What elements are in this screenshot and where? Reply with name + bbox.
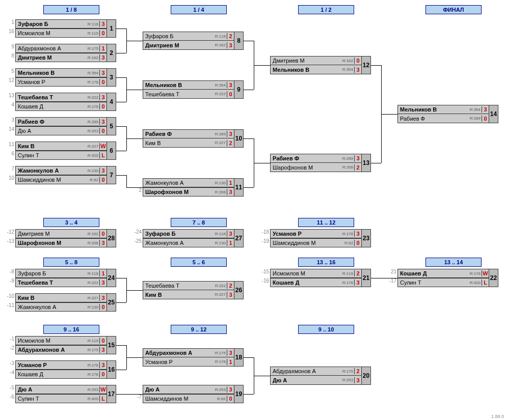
score: 3 [99,240,106,246]
match: -8Зуфаров БR:1181-9Тешебаева ТR:222324 [15,269,107,287]
connector-line [126,41,143,41]
player-rating: R:354 [88,71,99,75]
player-name: Тешебаева Т [16,94,88,100]
connector-line [126,41,127,53]
score: 1 [99,45,106,51]
connector-line [126,345,127,357]
score: 2 [354,270,361,276]
round-header: 9 .. 16 [43,325,99,334]
player-name: Дмитриев М [16,54,88,61]
player-name: Ким В [143,140,215,146]
seed: 5 [5,68,14,74]
match: Дю АR:2533-7Шамсиддинов МR:82019 [143,385,234,403]
player-rating: R:354 [342,67,354,72]
player-name: Сулин Т [16,396,88,402]
player-row: Кошаев ДR:178W [397,269,489,278]
player-name: Рабиев Ф [271,155,342,161]
player-name: Шарофхонов М [143,189,215,195]
seed: 1 [5,19,14,25]
player-rating: R:178 [88,104,99,109]
player-rating: R:227 [215,141,227,145]
score: 1 [227,359,234,365]
seed: -24 [132,229,142,235]
match: 3Рабиев ФR:289314Дю АR:25305 [15,117,107,135]
player-rating: R:175 [88,348,99,352]
connector-line [116,345,126,346]
match-id: 11 [234,178,244,197]
player-rating: R:222 [88,95,99,100]
seed: 11 [5,142,14,147]
player-row: Шамсиддинов МR:820 [15,175,107,184]
match-id: 19 [234,385,244,403]
match-id: 13 [362,154,371,172]
player-name: Кошаев Д [398,270,470,276]
player-name: Кошаев Д [271,279,342,286]
score: 0 [227,91,234,97]
seed: -11 [5,302,14,308]
player-name: Дмитриев М [271,58,342,64]
round-header: 13 .. 16 [298,258,354,267]
player-rating: R:119 [342,271,354,276]
score: W [482,270,489,276]
player-rating: R:82 [344,241,354,245]
match-id: 7 [107,166,116,184]
player-rating: R:420 [470,281,482,285]
score: 3 [99,54,106,61]
score: 3 [99,167,106,174]
connector-line [254,138,254,163]
player-name: Жамонкулов А [16,167,88,174]
player-row: Сулин ТR:420L [15,394,107,403]
connector-line [254,163,254,187]
score: 2 [354,368,361,374]
player-row: Мельников ВR:3543 [143,80,234,90]
connector-line [126,29,127,41]
seed: 7 [5,166,14,172]
player-name: Усманов Р [271,231,342,237]
match: Абдурахмонов АR:1753Усманов РR:178118 [143,348,234,367]
player-row: Исмоилов МR:1192 [270,269,362,278]
seed: -5 [5,385,14,390]
match: Рабиев ФR:2893Шарофхонов МR:208213 [270,154,362,172]
player-name: Усманов Р [143,359,215,365]
player-rating: R:178 [342,232,354,236]
player-row: Мельников ВR:3543 [397,105,489,114]
match-id: 18 [234,348,244,367]
round-header: 13 .. 14 [425,258,482,267]
player-row: Мельников ВR:3543 [15,68,107,77]
player-name: Дю А [16,386,88,393]
player-rating: R:118 [215,232,227,236]
player-rating: R:222 [215,284,227,288]
match: -12Дмитриев МR:1620-13Шарофхонов МR:2083… [15,229,107,247]
connector-line [126,90,143,90]
connector-line [126,126,127,138]
player-name: Шарофхонов М [271,164,342,171]
connector-line [116,126,126,127]
player-name: Шарофхонов М [16,240,88,246]
seed: 12 [5,77,14,83]
match: -5Дю АR:253W-6Сулин ТR:420L17 [15,385,107,403]
score: 1 [227,180,234,186]
player-name: Сулин Т [398,279,470,286]
match: 21Кошаев ДR:178W-17Сулин ТR:420L22 [397,269,489,287]
player-row: Шамсиддинов МR:820 [270,238,362,247]
player-name: Кошаев Д [16,103,88,109]
score: 0 [99,177,106,183]
player-name: Зуфаров Б [16,21,88,27]
player-row: Сулин ТR:420L [397,278,489,287]
player-rating: R:178 [470,271,482,276]
player-rating: R:289 [342,156,354,161]
player-row: Зуфаров БR:1182 [143,32,234,41]
connector-line [244,357,254,358]
round-header: 1 / 4 [171,5,227,14]
score: 0 [99,371,106,377]
seed: 4 [5,102,14,107]
seed: -8 [5,269,14,274]
connector-line [116,102,126,102]
player-row: Усманов РR:1783 [15,360,107,370]
score: 3 [227,292,234,298]
seed: -25 [132,238,142,244]
round-header: 5 .. 6 [171,258,227,267]
player-rating: R:178 [88,80,99,85]
score: 0 [354,240,361,246]
match: -18Усманов РR:1783-19Шамсиддинов МR:8202… [270,229,362,247]
